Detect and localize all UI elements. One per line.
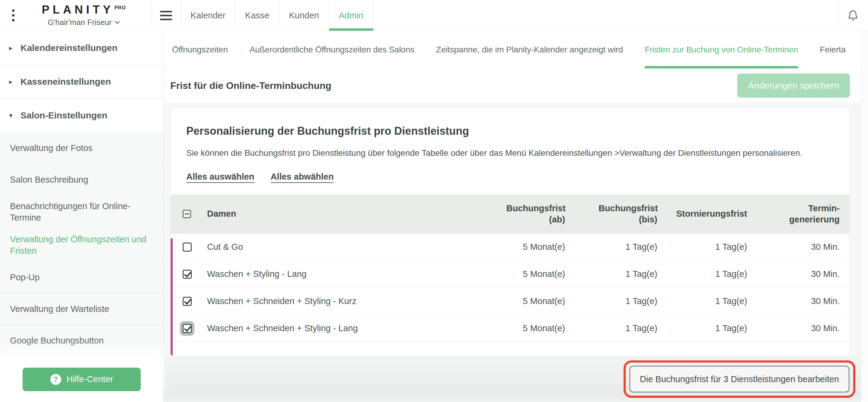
booking-from-value: 5 Monat(e)	[473, 269, 565, 279]
question-mark-icon: ?	[50, 374, 61, 385]
card-description: Sie können die Buchungsfrist pro Dienstl…	[186, 148, 834, 158]
booking-until-value: 1 Tag(e)	[565, 269, 657, 279]
service-name: Cut & Go	[199, 242, 473, 252]
red-highlight-annotation: Die Buchungsfrist für 3 Dienstleistungen…	[624, 361, 855, 398]
select-all-link[interactable]: Alles auswählen	[186, 172, 254, 182]
planity-logo: PLANITYPRO	[41, 4, 126, 16]
cancellation-value: 1 Tag(e)	[657, 242, 747, 252]
slot-generation-value: 30 Min.	[747, 269, 840, 279]
booking-until-value: 1 Tag(e)	[565, 296, 657, 306]
service-name: Waschen + Schneiden + Styling - Lang	[199, 323, 473, 333]
kebab-menu-icon[interactable]	[10, 7, 16, 23]
top-right-area	[838, 0, 868, 31]
logo-pro-badge: PRO	[115, 5, 126, 10]
booking-from-value: 5 Monat(e)	[473, 323, 565, 333]
service-name: Waschen + Schneiden + Styling - Kurz	[199, 296, 473, 306]
cancellation-value: 1 Tag(e)	[657, 296, 747, 306]
sidebar-footer: ? Hilfe-Center	[0, 357, 163, 402]
column-buchungsfrist-ab: Buchungsfrist (ab)	[473, 203, 565, 225]
nav-admin[interactable]: Admin	[329, 0, 373, 31]
help-center-label: Hilfe-Center	[67, 374, 113, 384]
settings-tabs: Öffnungszeiten Außerordentliche Öffnungs…	[164, 31, 868, 69]
card-heading: Personalisierung der Buchungsfrist pro D…	[186, 125, 834, 137]
table-row: Cut & Go 5 Monat(e) 1 Tag(e) 1 Tag(e) 30…	[170, 234, 849, 261]
deselect-all-link[interactable]: Alles abwählen	[271, 172, 334, 182]
sidebar-item-benachrichtigungen[interactable]: Benachrichtigungen für Online-Termine	[0, 195, 163, 229]
tab-fristen-online-termine[interactable]: Fristen zur Buchung von Online-Terminen	[645, 31, 798, 68]
main-nav: Kalender Kasse Kunden Admin	[181, 0, 373, 31]
nav-kasse[interactable]: Kasse	[236, 0, 279, 31]
sidebar-section-kasseneinstellungen[interactable]: ▸ Kasseneinstellungen	[0, 65, 163, 98]
booking-from-value: 5 Monat(e)	[473, 242, 565, 252]
table-row-clipped	[170, 342, 849, 351]
brand-area: PLANITYPRO G'hair'man Friseur	[0, 0, 152, 31]
triangle-down-icon: ▾	[9, 112, 16, 119]
nav-kalender[interactable]: Kalender	[181, 0, 236, 31]
sidebar-item-warteliste[interactable]: Verwaltung der Warteliste	[0, 293, 163, 325]
magenta-accent-bar	[170, 238, 173, 356]
page-title-bar: Frist für die Online-Terminbuchung Änder…	[164, 69, 868, 102]
service-name: Waschen + Styling - Lang	[199, 269, 473, 279]
settings-sidebar: ▸ Kalendereinstellungen ▸ Kasseneinstell…	[0, 31, 164, 402]
content-area: Personalisierung der Buchungsfrist pro D…	[164, 102, 868, 356]
page-title: Frist für die Online-Terminbuchung	[170, 80, 332, 91]
salon-switcher[interactable]: G'hair'man Friseur	[48, 18, 120, 27]
booking-until-value: 1 Tag(e)	[565, 242, 657, 252]
tab-ausserordentliche-oeffnungszeiten[interactable]: Außerordentliche Öffnungszeiten des Salo…	[250, 31, 414, 68]
sidebar-item-pop-up[interactable]: Pop-Up	[0, 261, 163, 293]
booking-from-value: 5 Monat(e)	[473, 296, 565, 306]
cancellation-value: 1 Tag(e)	[657, 323, 747, 333]
booking-deadline-card: Personalisierung der Buchungsfrist pro D…	[170, 107, 850, 356]
row-checkbox[interactable]	[183, 270, 192, 279]
scrollbar-track[interactable]	[861, 31, 868, 402]
triangle-right-icon: ▸	[9, 44, 16, 52]
triangle-right-icon: ▸	[9, 78, 16, 86]
notifications-bell-icon[interactable]	[847, 9, 859, 21]
table-row: Waschen + Schneiden + Styling - Lang 5 M…	[170, 315, 849, 342]
sidebar-item-oeffnungszeiten-fristen[interactable]: Verwaltung der Öffnungszeiten und Friste…	[0, 229, 163, 262]
edit-booking-deadline-button[interactable]: Die Buchungsfrist für 3 Dienstleistungen…	[629, 366, 849, 392]
row-checkbox[interactable]	[183, 297, 192, 306]
brand: PLANITYPRO G'hair'man Friseur	[16, 4, 151, 27]
section-label: Salon-Einstellungen	[21, 110, 107, 121]
slot-generation-value: 30 Min.	[747, 323, 840, 333]
sidebar-section-salon-einstellungen[interactable]: ▾ Salon-Einstellungen	[0, 98, 163, 132]
sidebar-item-salon-beschreibung[interactable]: Salon Beschreibung	[0, 164, 163, 195]
column-group-damen: Damen	[199, 208, 473, 219]
main-content: Öffnungszeiten Außerordentliche Öffnungs…	[164, 31, 868, 402]
sidebar-section-kalendereinstellungen[interactable]: ▸ Kalendereinstellungen	[0, 31, 163, 65]
row-checkbox[interactable]	[183, 243, 192, 252]
select-all-checkbox[interactable]	[183, 210, 191, 218]
cancellation-value: 1 Tag(e)	[657, 269, 747, 279]
nav-kunden[interactable]: Kunden	[279, 0, 329, 31]
column-termingenerierung: Termin-generierung	[747, 203, 840, 225]
section-label: Kalendereinstellungen	[21, 43, 118, 53]
tab-feiertage[interactable]: Feierta	[820, 31, 846, 68]
help-center-button[interactable]: ? Hilfe-Center	[23, 368, 141, 391]
column-buchungsfrist-bis: Buchungsfrist (bis)	[565, 203, 657, 225]
table-header: Damen Buchungsfrist (ab) Buchungsfrist (…	[170, 194, 849, 234]
hamburger-menu-icon[interactable]	[152, 0, 181, 31]
tab-zeitspanne[interactable]: Zeitspanne, die im Planity-Kalender ange…	[436, 31, 623, 68]
section-label: Kasseneinstellungen	[21, 76, 111, 87]
table-row: Waschen + Styling - Lang 5 Monat(e) 1 Ta…	[170, 261, 849, 288]
sidebar-item-verwaltung-der-fotos[interactable]: Verwaltung der Fotos	[0, 132, 163, 164]
row-checkbox-focused[interactable]	[183, 324, 192, 333]
sidebar-item-google-buchungsbutton[interactable]: Google Buchungsbutton	[0, 325, 163, 357]
chevron-down-icon	[115, 21, 120, 24]
bottom-action-area: Die Buchungsfrist für 3 Dienstleistungen…	[164, 356, 868, 402]
save-changes-button[interactable]: Änderungen speichern	[737, 73, 850, 98]
table-row: Waschen + Schneiden + Styling - Kurz 5 M…	[170, 288, 849, 315]
column-stornierungsfrist: Stornierungsfrist	[657, 208, 747, 219]
slot-generation-value: 30 Min.	[747, 296, 840, 306]
salon-name: G'hair'man Friseur	[48, 18, 112, 27]
slot-generation-value: 30 Min.	[747, 242, 840, 252]
booking-until-value: 1 Tag(e)	[565, 323, 657, 333]
selection-links: Alles auswählen Alles abwählen	[186, 172, 834, 182]
tab-oeffnungszeiten[interactable]: Öffnungszeiten	[172, 31, 228, 68]
top-bar: PLANITYPRO G'hair'man Friseur Kalender K…	[0, 0, 868, 31]
